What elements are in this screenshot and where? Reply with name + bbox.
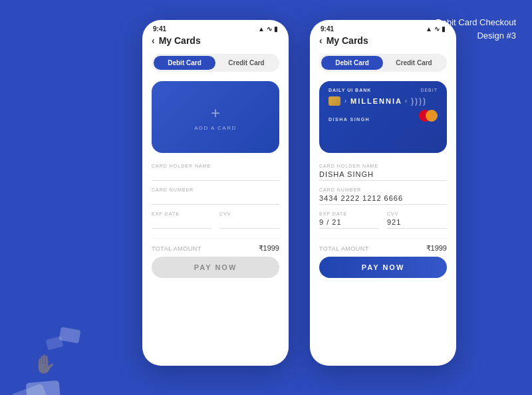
- cardnumber-label-right: Card Number: [319, 188, 447, 192]
- battery-icon-left: ▮: [274, 25, 278, 33]
- total-row-left: Total Amount ₹1999: [152, 238, 279, 257]
- card-bottom-row: DISHA SINGH: [329, 110, 438, 122]
- cardnumber-label-left: Card Number: [152, 188, 279, 192]
- expdate-value-left: [152, 218, 211, 229]
- time-right: 9:41: [321, 25, 334, 33]
- expdate-label-left: Exp Date: [152, 211, 211, 216]
- bank-name: DAILY UI BANK: [329, 88, 371, 92]
- exp-cvv-row-left: Exp Date CVV: [152, 211, 279, 235]
- pay-btn-left[interactable]: PAY NOW: [152, 257, 279, 278]
- debit-card-filled: DAILY UI BANK DEBIT › MILLENNIA ‹ )))) D…: [319, 81, 447, 153]
- tab-debit-right[interactable]: Debit Card: [321, 56, 383, 70]
- expdate-field-right: Exp Date 9 / 21: [319, 211, 379, 229]
- card-holder-on-card: DISHA SINGH: [329, 117, 370, 122]
- back-arrow-right[interactable]: ‹: [319, 35, 323, 46]
- cardholder-value-right[interactable]: DISHA SINGH: [319, 170, 447, 181]
- total-label-right: Total Amount: [319, 245, 369, 252]
- card-brand: › MILLENNIA ‹ )))): [344, 96, 427, 106]
- wifi-icon-left: ∿: [267, 25, 272, 33]
- add-card-label: ADD A CARD: [194, 125, 236, 131]
- back-header-left: ‹ My Cards: [152, 35, 279, 46]
- time-left: 9:41: [153, 25, 166, 33]
- cvv-value-right[interactable]: 921: [387, 218, 447, 229]
- tab-credit-left[interactable]: Credit Card: [215, 56, 277, 70]
- cardholder-label-left: Card Holder Name: [152, 164, 279, 168]
- signal-icon-left: ▲: [258, 25, 265, 33]
- page-title: Debit Card Checkout Design #3: [436, 16, 516, 42]
- cvv-label-right: CVV: [387, 211, 447, 216]
- phone-left-content: ‹ My Cards Debit Card Credit Card + ADD …: [142, 35, 289, 366]
- right-chevron: ‹: [405, 98, 408, 104]
- status-bar-right: 9:41 ▲ ∿ ▮: [310, 20, 456, 35]
- status-icons-left: ▲ ∿ ▮: [258, 25, 278, 33]
- phones-container: 9:41 ▲ ∿ ▮ ‹ My Cards Debit Card Credit …: [0, 0, 532, 366]
- tab-debit-left[interactable]: Debit Card: [154, 56, 215, 70]
- phone-right: 9:41 ▲ ∿ ▮ ‹ My Cards Debit Card Credit …: [310, 20, 456, 366]
- total-row-right: Total Amount ₹1999: [319, 238, 447, 257]
- page-title-right: My Cards: [327, 35, 368, 46]
- card-type-label: DEBIT: [420, 88, 438, 92]
- left-chevron: ›: [344, 98, 348, 104]
- cvv-value-left: [219, 218, 279, 229]
- phone-left: 9:41 ▲ ∿ ▮ ‹ My Cards Debit Card Credit …: [142, 20, 289, 366]
- cardholder-field-right: Card Holder Name DISHA SINGH: [319, 164, 447, 181]
- total-amount-right: ₹1999: [426, 244, 447, 253]
- tab-group-left: Debit Card Credit Card: [152, 54, 279, 72]
- back-arrow-left[interactable]: ‹: [152, 35, 155, 46]
- expdate-field-left: Exp Date: [152, 211, 211, 229]
- expdate-value-right[interactable]: 9 / 21: [319, 218, 379, 229]
- cardnumber-value-right[interactable]: 3434 2222 1212 6666: [319, 194, 447, 205]
- card-chip-row: › MILLENNIA ‹ )))): [329, 96, 438, 106]
- cardnumber-field-right: Card Number 3434 2222 1212 6666: [319, 188, 447, 205]
- cardnumber-field-left: Card Number: [152, 188, 279, 205]
- mc-orange-circle: [426, 110, 438, 122]
- brand-name: MILLENNIA: [350, 97, 402, 105]
- tab-group-right: Debit Card Credit Card: [319, 54, 447, 72]
- phone-right-content: ‹ My Cards Debit Card Credit Card DAILY …: [310, 35, 456, 366]
- cvv-label-left: CVV: [219, 211, 279, 216]
- exp-cvv-row-right: Exp Date 9 / 21 CVV 921: [319, 211, 447, 235]
- card-top-row: DAILY UI BANK DEBIT: [329, 88, 438, 92]
- expdate-label-right: Exp Date: [319, 211, 379, 216]
- status-bar-left: 9:41 ▲ ∿ ▮: [142, 20, 289, 35]
- total-amount-left: ₹1999: [259, 244, 279, 253]
- pay-btn-right[interactable]: PAY NOW: [319, 257, 447, 278]
- add-card-area[interactable]: + ADD A CARD: [152, 81, 279, 153]
- cardholder-label-right: Card Holder Name: [319, 164, 447, 168]
- tab-credit-right[interactable]: Credit Card: [383, 56, 445, 70]
- signal-icon-right: ▲: [426, 25, 432, 33]
- chip-icon: [329, 96, 340, 106]
- cardnumber-value-left: [152, 194, 279, 205]
- back-header-right: ‹ My Cards: [319, 35, 447, 46]
- total-label-left: Total Amount: [152, 245, 201, 252]
- page-title-left: My Cards: [159, 35, 201, 46]
- cardholder-value-left: [152, 170, 279, 181]
- plus-icon: +: [211, 104, 220, 122]
- contactless-icon: )))): [411, 96, 427, 106]
- cvv-field-left: CVV: [219, 211, 279, 229]
- cvv-field-right: CVV 921: [387, 211, 447, 229]
- mastercard-logo: [419, 110, 438, 122]
- cardholder-field-left: Card Holder Name: [152, 164, 279, 181]
